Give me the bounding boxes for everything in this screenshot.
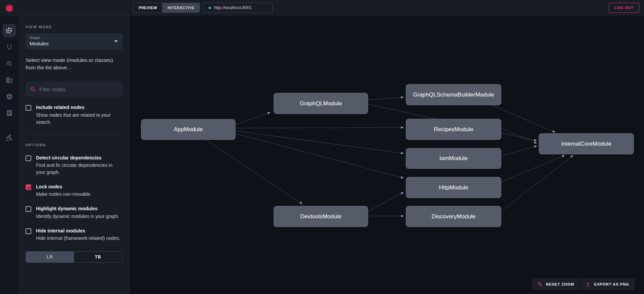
search-icon [30, 86, 36, 92]
view-mode-heading: VIEW MODE [26, 25, 122, 29]
option-hide-internal-modules-title: Hide internal modules [36, 227, 120, 234]
option-hide-internal-modules[interactable]: Hide internal modulesHide internal (fram… [26, 227, 122, 242]
settings-panel: VIEW MODE Graph Modules Select view mode… [19, 15, 130, 294]
filter-nodes-input[interactable] [39, 86, 118, 92]
include-related-option[interactable]: Include related nodesShow nodes that are… [26, 104, 122, 125]
route-icon [6, 43, 13, 51]
option-detect-circular-dependencies-checkbox[interactable] [26, 155, 31, 161]
chevron-down-icon [114, 40, 118, 42]
graph-node-HttpModule[interactable]: HttpModule [406, 177, 501, 198]
filter-nodes-box [26, 82, 122, 97]
graph-node-IamModule[interactable]: IamModule [406, 148, 501, 169]
option-highlight-dynamic-modules[interactable]: Highlight dynamic modulesIdentify dynami… [26, 205, 122, 220]
reset-zoom-label: RESET ZOOM [546, 282, 574, 286]
connection-status-dot [209, 7, 211, 9]
option-hide-internal-modules-description: Hide internal (framework-related) nodes. [36, 235, 120, 242]
graph-canvas[interactable]: AppModuleGraphQLModuleGraphQLSchemaBuild… [130, 15, 644, 294]
graph-mode-select[interactable]: Graph Modules [26, 33, 122, 49]
rail-item-settings[interactable] [3, 90, 16, 103]
graph-node-DiscoveryModule[interactable]: DiscoveryModule [406, 206, 501, 227]
building-icon [6, 76, 13, 84]
graph-mode-select-value: Modules [30, 41, 118, 46]
rail-item-logs[interactable] [3, 106, 16, 120]
layout-lr-button[interactable]: LR [26, 252, 74, 262]
options-heading: OPTIONS [26, 143, 122, 147]
graph-node-InternalCoreModule[interactable]: InternalCoreModule [539, 133, 634, 154]
document-icon [6, 109, 13, 117]
panel-divider [26, 135, 122, 135]
view-mode-tabs: PREVIEWINTERACTIVE [133, 3, 200, 13]
include-related-option-checkbox[interactable] [26, 105, 31, 111]
rail-item-insights[interactable] [3, 57, 16, 70]
option-detect-circular-dependencies-title: Detect circular dependencies [36, 154, 122, 161]
export-png-label: EXPORT AS PNG [594, 282, 629, 286]
option-highlight-dynamic-modules-checkbox[interactable] [26, 206, 31, 212]
nav-rail [0, 15, 19, 294]
option-lock-nodes-title: Lock nodes [36, 183, 92, 190]
view-mode-hint: Select view mode (modules or classes) fr… [26, 57, 122, 71]
graph-node-GraphQLSchemaBuilderModule[interactable]: GraphQLSchemaBuilderModule [406, 84, 501, 105]
option-lock-nodes[interactable]: Lock nodesMake nodes non-movable. [26, 183, 122, 198]
graph-node-DevtoolsModule[interactable]: DevtoolsModule [274, 206, 368, 227]
export-png-button[interactable]: EXPORT AS PNG [580, 279, 635, 290]
graph-node-GraphQLModule[interactable]: GraphQLModule [274, 93, 368, 114]
option-highlight-dynamic-modules-title: Highlight dynamic modules [36, 205, 119, 212]
download-icon [585, 282, 591, 287]
rail-item-organization[interactable] [3, 73, 16, 87]
layout-tb-button[interactable]: TB [74, 252, 122, 262]
option-detect-circular-dependencies[interactable]: Detect circular dependenciesFind and fix… [26, 154, 122, 176]
option-hide-internal-modules-checkbox[interactable] [26, 228, 31, 234]
graph-node-RecipesModule[interactable]: RecipesModule [406, 119, 501, 140]
tab-interactive[interactable]: INTERACTIVE [162, 3, 200, 12]
graph-node-AppModule[interactable]: AppModule [141, 119, 236, 140]
graph-mode-select-label: Graph [30, 36, 118, 40]
rail-item-routes[interactable] [3, 40, 16, 54]
include-related-option-title: Include related nodes [36, 104, 122, 111]
search-pulse-icon [6, 60, 13, 67]
option-lock-nodes-checkbox[interactable] [26, 184, 31, 190]
graph-edges [130, 15, 644, 294]
option-detect-circular-dependencies-description: Find and fix circular dependencies in yo… [36, 162, 122, 176]
rail-item-audit[interactable] [3, 131, 16, 144]
target-url: http://localhost:8001 [214, 5, 252, 10]
gear-icon [6, 93, 13, 100]
logout-button[interactable]: LOG OUT [609, 3, 639, 13]
layout-direction-toggle: LRTB [26, 251, 122, 263]
zoom-out-icon [537, 282, 543, 287]
tab-preview[interactable]: PREVIEW [134, 3, 162, 12]
rail-item-graph[interactable] [3, 24, 16, 37]
option-highlight-dynamic-modules-description: Identify dynamic modules in your graph. [36, 213, 119, 220]
top-bar: PREVIEWINTERACTIVE http://localhost:8001… [0, 0, 644, 15]
graph-dots-icon [6, 27, 13, 34]
include-related-option-description: Show nodes that are related to your sear… [36, 112, 122, 126]
option-lock-nodes-description: Make nodes non-movable. [36, 191, 92, 198]
graph-actions: RESET ZOOM EXPORT AS PNG [532, 279, 635, 290]
target-url-box[interactable]: http://localhost:8001 [204, 3, 273, 13]
nestjs-logo-icon [4, 2, 15, 13]
gavel-icon [6, 134, 13, 141]
reset-zoom-button[interactable]: RESET ZOOM [532, 279, 579, 290]
